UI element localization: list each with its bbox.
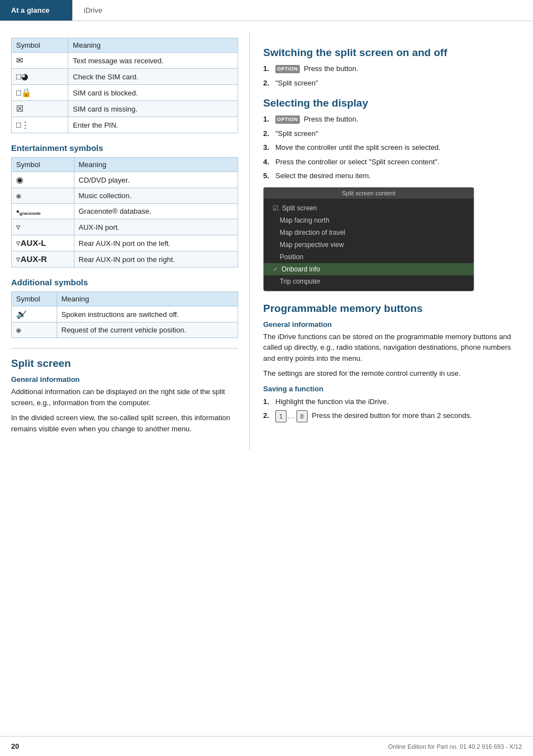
saving-function-subheading: Saving a function <box>263 385 522 393</box>
envelope-icon: ✉ <box>16 56 23 65</box>
left-column: Symbol Meaning ✉ Text message was receiv… <box>0 32 250 450</box>
table-row: ▿AUX-L Rear AUX-IN port on the left. <box>12 235 238 251</box>
programmable-body2: The settings are stored for the remote c… <box>263 368 522 379</box>
meaning-cell: Spoken instructions are switched off. <box>57 306 238 322</box>
list-item: 4. Press the controller or select "Split… <box>263 157 522 168</box>
screen-menu-item: Trip computer <box>264 275 474 288</box>
table-row: ◉ CD/DVD player. <box>12 172 238 188</box>
cd-dvd-icon: ◉ <box>16 175 23 185</box>
symbol-cell: ▿AUX-L <box>12 235 74 251</box>
list-item: 2. "Split screen" <box>263 128 522 139</box>
option-button-icon: OPTION <box>275 65 300 74</box>
check-icon <box>273 229 276 236</box>
screen-menu-item: Map facing north <box>264 214 474 226</box>
list-item: 1. OPTION Press the button. <box>263 114 522 125</box>
list-item: 5. Select the desired menu item. <box>263 170 522 182</box>
screen-title-bar: Split screen content <box>264 188 474 199</box>
symbol-col-header: Symbol <box>12 292 57 306</box>
mem-btn-8: 8 <box>296 410 308 422</box>
symbol-cell: □🔒 <box>12 85 68 101</box>
check-icon <box>273 241 276 249</box>
meaning-cell: Text message was received. <box>68 53 238 69</box>
selecting-display-heading: Selecting the display <box>263 97 522 109</box>
divider <box>11 348 238 349</box>
step-content: Press the controller or select "Split sc… <box>275 157 522 168</box>
table-row: ☒ SIM card is missing. <box>12 101 238 117</box>
list-item: 2. "Split screen" <box>263 78 522 89</box>
meaning-cell: SIM card is missing. <box>68 101 238 117</box>
step-content: "Split screen" <box>275 128 522 139</box>
table-row: 🔈̸ Spoken instructions are switched off. <box>12 306 238 322</box>
switching-steps-list: 1. OPTION Press the button. 2. "Split sc… <box>263 63 522 88</box>
table-row: ●gracenote Gracenote® database. <box>12 204 238 219</box>
vehicle-position-icon: ⎈ <box>16 325 21 335</box>
split-screen-body1: Additional information can be displayed … <box>11 386 238 408</box>
meaning-cell: Rear AUX-IN port on the left. <box>74 235 238 251</box>
step-content: Move the controller until the split scre… <box>275 142 522 153</box>
header-section-right: iDrive <box>72 0 533 21</box>
list-item: 3. Move the controller until the split s… <box>263 142 522 153</box>
symbol-cell: ✉ <box>12 53 68 69</box>
entertainment-symbols-table: Symbol Meaning ◉ CD/DVD player. ⎈ Music … <box>11 157 238 268</box>
sim-blocked-icon: □🔒 <box>16 88 32 98</box>
step-content: 1 ... 8 Press the desired button for mor… <box>275 410 522 422</box>
list-item: 1. Highlight the function via the iDrive… <box>263 396 522 407</box>
step-content: OPTION Press the button. <box>275 114 522 125</box>
split-screen-heading: Split screen <box>11 357 238 370</box>
table-row: ▿ AUX-IN port. <box>12 219 238 235</box>
page-header: At a glance iDrive <box>0 0 533 21</box>
general-symbols-table: Symbol Meaning ✉ Text message was receiv… <box>11 38 238 133</box>
check-icon: ✓ <box>273 265 278 273</box>
table-row: □◕ Check the SIM card. <box>12 69 238 85</box>
symbol-col-header: Symbol <box>12 38 68 53</box>
additional-heading: Additional symbols <box>11 278 238 287</box>
screen-menu-item: Map direction of travel <box>264 226 474 239</box>
mem-btn-1: 1 <box>275 410 286 422</box>
screen-menu-item: Position <box>264 251 474 263</box>
additional-symbols-table: Symbol Meaning 🔈̸ Spoken instructions ar… <box>11 291 238 338</box>
meaning-col-header: Meaning <box>57 292 238 306</box>
meaning-cell: Music collection. <box>74 188 238 204</box>
screen-menu: ☑ Split screen Map facing north Map dire… <box>264 199 474 291</box>
sim-missing-icon: ☒ <box>16 104 23 114</box>
symbol-cell: ▿ <box>12 219 74 235</box>
step-number: 2. <box>263 78 275 89</box>
programmable-general-info-subheading: General information <box>263 320 522 329</box>
meaning-cell: Rear AUX-IN port on the right. <box>74 251 238 268</box>
symbol-cell: □⋮ <box>12 117 68 133</box>
step-content: Highlight the function via the iDrive. <box>275 396 522 407</box>
header-at-a-glance-label: At a glance <box>11 6 49 14</box>
split-screen-general-info-subheading: General information <box>11 375 238 384</box>
table-row: ⎈ Request of the current vehicle positio… <box>12 322 238 338</box>
page-number: 20 <box>11 742 19 750</box>
symbol-cell: ●gracenote <box>12 204 74 219</box>
option-button-icon: OPTION <box>275 115 300 124</box>
check-icon: ☑ <box>273 204 279 212</box>
meaning-cell: Request of the current vehicle position. <box>57 322 238 338</box>
symbol-cell: ◉ <box>12 172 74 188</box>
check-icon <box>273 253 276 261</box>
step-content: Select the desired menu item. <box>275 170 522 182</box>
symbol-cell: ⎈ <box>12 322 57 338</box>
table-row: ✉ Text message was received. <box>12 53 238 69</box>
table-row: □🔒 SIM card is blocked. <box>12 85 238 101</box>
check-icon <box>273 278 276 285</box>
saving-steps-list: 1. Highlight the function via the iDrive… <box>263 396 522 423</box>
programmable-body1: The iDrive functions can be stored on th… <box>263 331 522 364</box>
step-number: 2. <box>263 410 275 421</box>
entertainment-heading: Entertainment symbols <box>11 143 238 153</box>
mem-btn-dots: ... <box>288 411 295 422</box>
symbol-cell: ⎈ <box>12 188 74 204</box>
step-number: 1. <box>263 396 275 407</box>
list-item: 1. OPTION Press the button. <box>263 63 522 74</box>
page-footer: 20 Online Edition for Part no. 01 40 2 9… <box>0 736 533 756</box>
screen-menu-item: ☑ Split screen <box>264 202 474 214</box>
step-content: "Split screen" <box>275 78 522 89</box>
table-row: □⋮ Enter the PIN. <box>12 117 238 133</box>
meaning-cell: Enter the PIN. <box>68 117 238 133</box>
step-number: 4. <box>263 157 275 168</box>
aux-r-icon: ▿AUX-R <box>16 254 47 264</box>
header-idrive-label: iDrive <box>84 6 102 14</box>
screen-menu-item: Map perspective view <box>264 239 474 251</box>
header-section-left: At a glance <box>0 0 72 21</box>
